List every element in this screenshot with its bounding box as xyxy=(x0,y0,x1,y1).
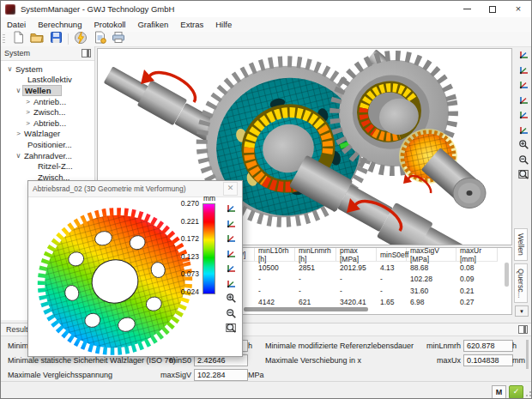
toolbar xyxy=(1,32,531,47)
table-vertical-scrollbar[interactable] xyxy=(505,263,509,287)
deformation-window[interactable]: Abtriebsrad_02 (3D Geometrie mit Verform… xyxy=(27,180,243,357)
maximize-button[interactable] xyxy=(480,1,505,17)
window-title: SystemManager - GWJ Technology GmbH xyxy=(21,4,174,14)
zoom-out-icon[interactable] xyxy=(225,307,238,320)
calculate-button[interactable] xyxy=(71,33,90,46)
chevron-right-icon[interactable]: > xyxy=(15,130,22,137)
tree-item-label: Lastkollektiv xyxy=(26,75,74,84)
result-unit: mm xyxy=(512,356,525,365)
report-button[interactable] xyxy=(90,33,109,46)
view-orientation-icon[interactable] xyxy=(225,277,238,290)
chevron-right-icon[interactable]: > xyxy=(24,98,32,106)
tree-item-label: Antrieb... xyxy=(32,97,68,106)
sidebar-item-zwisch[interactable]: >Zwisch... xyxy=(1,106,94,118)
zoom-in-icon[interactable] xyxy=(517,138,530,151)
zoom-in-icon[interactable] xyxy=(225,292,238,305)
new-file-button[interactable] xyxy=(9,33,27,46)
sidebar-item-lastkollektiv[interactable]: Lastkollektiv xyxy=(1,75,94,86)
sidebar-item-system[interactable]: ∨System xyxy=(1,63,94,75)
chevron-down-icon[interactable]: ∨ xyxy=(15,87,22,94)
tab-wellen[interactable]: Wellen xyxy=(514,228,528,261)
check-icon: ✓ xyxy=(509,385,523,399)
table-column-header[interactable]: minLnmrh [h] xyxy=(295,248,336,261)
menu-item-protokoll[interactable]: Protokoll xyxy=(88,17,131,32)
results-grid: W]minL10rh [h]minLnmrh [h]pmax [MPa]minS… xyxy=(233,248,498,308)
table-column-header[interactable]: maxUr [mm] xyxy=(456,248,498,261)
view-orientation-icon[interactable] xyxy=(517,108,530,121)
menu-item-datei[interactable]: Datei xyxy=(1,17,32,32)
open-file-icon xyxy=(30,31,44,47)
table-cell: 6.98 xyxy=(407,298,456,306)
table-cell: 88.68 xyxy=(407,263,456,272)
tree-item-label: Abtrieb... xyxy=(32,118,68,128)
minimize-button[interactable] xyxy=(454,1,480,17)
table-horizontal-scrollbar[interactable] xyxy=(244,307,368,311)
save-button[interactable] xyxy=(46,33,65,46)
result-value-field[interactable]: 620.878 xyxy=(463,340,513,352)
sidebar-item-ritzelz[interactable]: Ritzel-Z... xyxy=(1,160,94,172)
tree-panel-title: System xyxy=(4,49,82,57)
view-orientation-icon[interactable] xyxy=(517,78,530,91)
zoom-fit-icon[interactable] xyxy=(517,168,530,181)
sidebar-item-abtrieb[interactable]: >Abtrieb... xyxy=(1,118,94,129)
view-orientation-icon[interactable] xyxy=(225,247,238,260)
result-unit: h xyxy=(512,342,517,350)
table-cell: 0.27 xyxy=(456,298,498,306)
table-row[interactable]: ----102.280.09 xyxy=(233,274,498,286)
table-cell: 0.21 xyxy=(456,287,498,295)
pin-icon[interactable] xyxy=(82,49,91,57)
toolbar-grip[interactable] xyxy=(3,34,5,45)
result-label: Maximale Vergleichsspannung xyxy=(8,371,112,379)
zoom-fit-icon[interactable] xyxy=(225,322,238,335)
view-orientation-icon[interactable] xyxy=(225,262,238,275)
sidebar-item-zahnradver[interactable]: ∨Zahnradver... xyxy=(1,150,94,161)
result-value-field[interactable]: 0.104838 xyxy=(463,354,513,366)
sidebar-item-wellen[interactable]: ∨Wellen xyxy=(1,85,94,96)
tab-list-dropdown-button[interactable]: ▼ xyxy=(515,305,529,317)
table-row[interactable]: 41050028512012.954.1388.680.08 xyxy=(233,262,498,274)
sidebar-item-positionier[interactable]: Positionier... xyxy=(1,139,94,150)
view-orientation-icon[interactable] xyxy=(225,217,238,230)
title-bar[interactable]: SystemManager - GWJ Technology GmbH × xyxy=(1,1,531,17)
menu-item-extras[interactable]: Extras xyxy=(174,17,209,32)
menu-item-hilfe[interactable]: Hilfe xyxy=(209,17,238,32)
view-orientation-icon[interactable] xyxy=(517,124,530,136)
view-orientation-icon[interactable] xyxy=(517,94,530,106)
minimize-icon xyxy=(463,9,471,9)
table-row[interactable]: 4----31.600.21 xyxy=(233,285,498,297)
tab-quersc[interactable]: Quersc... xyxy=(514,263,528,303)
sidebar-item-wälzlager[interactable]: >Wälzlager xyxy=(1,129,94,140)
menu-item-berechnung[interactable]: Berechnung xyxy=(32,17,88,32)
table-row[interactable]: 441426213420.411.656.980.27 xyxy=(233,297,498,309)
table-column-header[interactable]: maxSigV [MPa] xyxy=(407,248,456,261)
table-cell: 621 xyxy=(295,298,336,306)
table-cell: 2012.95 xyxy=(336,263,377,272)
view-orientation-icon[interactable] xyxy=(517,63,530,76)
pin-icon[interactable] xyxy=(518,325,528,334)
close-button[interactable]: × xyxy=(505,1,531,17)
view-orientation-icon[interactable] xyxy=(225,202,238,215)
chevron-down-icon[interactable]: ∨ xyxy=(15,152,22,160)
menu-bar: DateiBerechnungProtokollGrafikenExtrasHi… xyxy=(1,17,531,32)
chevron-right-icon[interactable]: > xyxy=(24,108,32,116)
result-label: Maximale Verschiebung in x xyxy=(265,356,361,365)
sidebar-item-antrieb[interactable]: >Antrieb... xyxy=(1,96,94,107)
table-cell: 1.65 xyxy=(377,298,407,306)
table-column-header[interactable]: pmax [MPa] xyxy=(336,248,377,261)
results-scrollbar[interactable] xyxy=(526,340,529,369)
table-column-header[interactable]: minS0eff xyxy=(377,248,407,261)
open-file-button[interactable] xyxy=(27,33,46,46)
view-orientation-icon[interactable] xyxy=(517,48,530,61)
zoom-out-icon[interactable] xyxy=(517,154,530,166)
chevron-down-icon[interactable]: ∨ xyxy=(6,65,14,73)
chevron-right-icon[interactable]: > xyxy=(24,119,32,127)
result-unit: h xyxy=(248,342,252,350)
view-orientation-icon[interactable] xyxy=(225,232,238,245)
table-column-header[interactable]: minL10rh [h] xyxy=(255,248,295,261)
print-button[interactable] xyxy=(109,33,128,46)
table-cell: 3420.41 xyxy=(336,298,377,306)
result-value-field[interactable]: 102.284 xyxy=(194,369,248,381)
close-icon[interactable]: ✕ xyxy=(223,182,238,196)
resize-grip[interactable] xyxy=(524,391,531,398)
menu-item-grafiken[interactable]: Grafiken xyxy=(131,17,174,32)
